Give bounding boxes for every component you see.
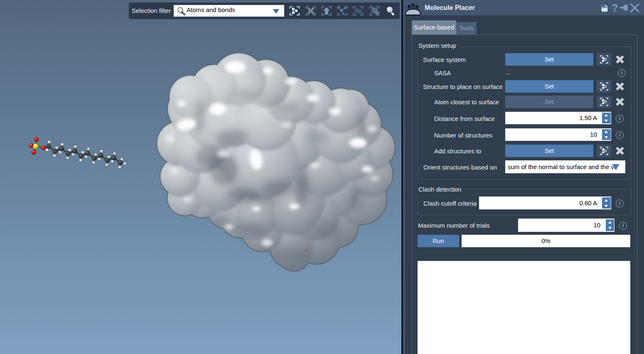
svg-text:?: ? bbox=[612, 3, 618, 13]
